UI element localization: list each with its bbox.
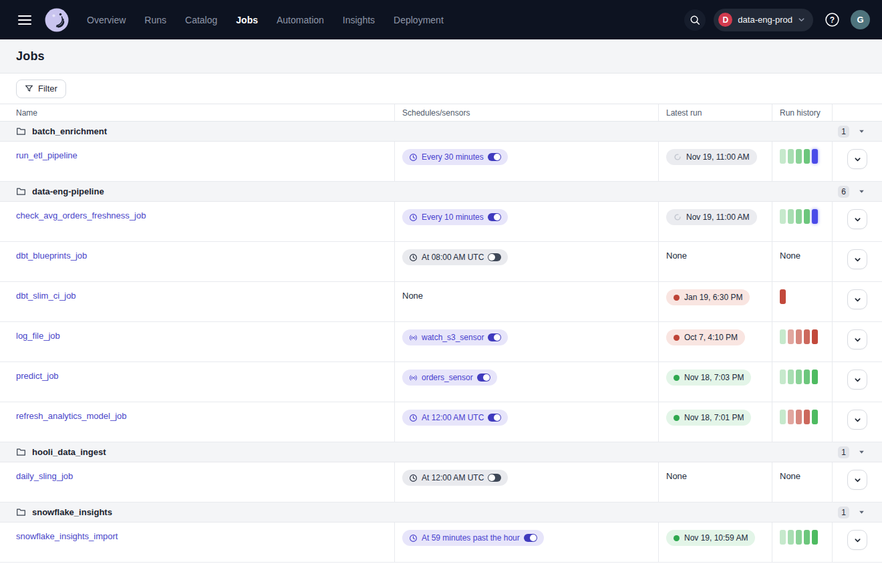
chevron-down-icon: [854, 216, 861, 223]
job-name-link[interactable]: snowflake_insights_import: [16, 531, 118, 541]
run-history-chip-failure[interactable]: [788, 410, 794, 424]
schedule-badge[interactable]: At 59 minutes past the hour: [402, 530, 544, 546]
schedule-toggle[interactable]: [477, 374, 490, 382]
run-history-chip-failure[interactable]: [788, 329, 794, 344]
nav-item-deployment[interactable]: Deployment: [394, 15, 444, 25]
row-expand-button[interactable]: [847, 249, 867, 269]
nav-item-jobs[interactable]: Jobs: [236, 15, 258, 25]
folder-icon: [16, 126, 26, 136]
run-history-chip-success[interactable]: [796, 149, 802, 164]
run-history-chip-success[interactable]: [788, 370, 794, 384]
group-collapse-caret-icon[interactable]: [857, 127, 866, 136]
schedule-badge[interactable]: Every 30 minutes: [402, 149, 508, 165]
run-history-chip-failure[interactable]: [804, 329, 810, 344]
schedule-toggle[interactable]: [488, 333, 501, 341]
toolbar: Filter: [0, 74, 882, 104]
job-name-link[interactable]: run_etl_pipeline: [16, 150, 78, 160]
job-name-link[interactable]: check_avg_orders_freshness_job: [16, 210, 146, 220]
run-history-chip-success[interactable]: [780, 149, 786, 164]
job-name-link[interactable]: dbt_slim_ci_job: [16, 291, 76, 301]
filter-button[interactable]: Filter: [16, 80, 66, 98]
latest-run-pill[interactable]: Oct 7, 4:10 PM: [666, 329, 745, 345]
run-history-chip-success[interactable]: [788, 530, 794, 545]
run-history-chip-in_progress[interactable]: [812, 149, 818, 164]
clock-icon: [409, 474, 418, 482]
search-icon[interactable]: [684, 9, 706, 31]
deployment-switcher[interactable]: D data-eng-prod: [714, 9, 813, 31]
run-history-chip-success[interactable]: [804, 149, 810, 164]
nav-item-insights[interactable]: Insights: [343, 15, 375, 25]
run-history-chip-failure[interactable]: [804, 410, 810, 424]
schedule-badge[interactable]: At 12:00 AM UTC: [402, 410, 508, 426]
nav-item-runs[interactable]: Runs: [144, 15, 166, 25]
schedule-badge[interactable]: Every 10 minutes: [402, 209, 508, 225]
run-history-chip-success[interactable]: [796, 209, 802, 224]
row-expand-button[interactable]: [847, 530, 867, 550]
job-name-link[interactable]: daily_sling_job: [16, 471, 73, 481]
run-history-chip-in_progress[interactable]: [812, 209, 818, 224]
latest-run-cell: Nov 19, 11:00 AM: [658, 202, 772, 241]
run-history-chip-success[interactable]: [780, 370, 786, 384]
job-name-link[interactable]: predict_job: [16, 371, 59, 381]
sensor-badge[interactable]: orders_sensor: [402, 370, 497, 386]
schedule-toggle[interactable]: [488, 153, 501, 161]
help-icon[interactable]: ?: [821, 9, 843, 31]
run-history-chip-success[interactable]: [812, 370, 818, 384]
run-history-chip-success[interactable]: [780, 530, 786, 545]
latest-run-pill[interactable]: Nov 19, 10:59 AM: [666, 530, 755, 546]
job-name-link[interactable]: dbt_blueprints_job: [16, 251, 87, 261]
schedule-toggle[interactable]: [488, 474, 501, 482]
group-collapse-caret-icon[interactable]: [857, 448, 866, 456]
run-history-chip-success[interactable]: [780, 329, 786, 344]
run-history-chip-success[interactable]: [812, 410, 818, 424]
schedule-toggle[interactable]: [488, 414, 501, 422]
run-history-chip-success[interactable]: [780, 209, 786, 224]
row-expand-button[interactable]: [847, 410, 867, 430]
run-history-chip-success[interactable]: [804, 209, 810, 224]
run-history-chip-failure[interactable]: [796, 410, 802, 424]
row-expand-button[interactable]: [847, 370, 867, 390]
group-collapse-caret-icon[interactable]: [857, 508, 866, 517]
run-history-chip-success[interactable]: [804, 530, 810, 545]
schedule-label: At 12:00 AM UTC: [422, 413, 484, 422]
column-header-schedules: Schedules/sensors: [394, 104, 658, 121]
run-history-chip-failure[interactable]: [796, 329, 802, 344]
latest-run-pill[interactable]: Nov 18, 7:03 PM: [666, 370, 751, 386]
schedule-toggle[interactable]: [488, 213, 501, 221]
latest-run-pill[interactable]: Nov 18, 7:01 PM: [666, 410, 751, 426]
run-status-dot: [674, 295, 680, 301]
nav-item-catalog[interactable]: Catalog: [185, 15, 217, 25]
group-count-badge: 1: [838, 446, 849, 458]
menu-icon[interactable]: [13, 9, 36, 31]
run-history-chip-success[interactable]: [796, 370, 802, 384]
schedule-badge[interactable]: At 08:00 AM UTC: [402, 249, 508, 265]
run-history-chip-success[interactable]: [780, 410, 786, 424]
group-collapse-caret-icon[interactable]: [857, 187, 866, 196]
schedule-toggle[interactable]: [488, 253, 501, 261]
job-name-link[interactable]: refresh_analytics_model_job: [16, 411, 126, 421]
user-avatar[interactable]: G: [851, 10, 870, 29]
latest-run-pill[interactable]: Nov 19, 11:00 AM: [666, 209, 757, 225]
clock-icon: [409, 253, 418, 262]
run-history-chip-success[interactable]: [796, 530, 802, 545]
row-expand-button[interactable]: [847, 470, 867, 490]
latest-run-pill[interactable]: Nov 19, 11:00 AM: [666, 149, 757, 165]
schedule-toggle[interactable]: [524, 534, 537, 542]
run-history-chip-success[interactable]: [804, 370, 810, 384]
row-expand-button[interactable]: [847, 209, 867, 229]
nav-item-overview[interactable]: Overview: [87, 15, 126, 25]
row-expand-button[interactable]: [847, 329, 867, 349]
page-title: Jobs: [16, 49, 45, 63]
run-history-chip-failure[interactable]: [780, 289, 786, 304]
run-history-chip-failure[interactable]: [812, 329, 818, 344]
run-history-chip-success[interactable]: [788, 149, 794, 164]
nav-item-automation[interactable]: Automation: [277, 15, 324, 25]
sensor-badge[interactable]: watch_s3_sensor: [402, 329, 508, 345]
row-expand-button[interactable]: [847, 289, 867, 309]
latest-run-pill[interactable]: Jan 19, 6:30 PM: [666, 289, 750, 305]
run-history-chip-success[interactable]: [788, 209, 794, 224]
row-expand-button[interactable]: [847, 149, 867, 169]
job-name-link[interactable]: log_file_job: [16, 331, 60, 341]
run-history-chip-success[interactable]: [812, 530, 818, 545]
schedule-badge[interactable]: At 12:00 AM UTC: [402, 470, 508, 486]
